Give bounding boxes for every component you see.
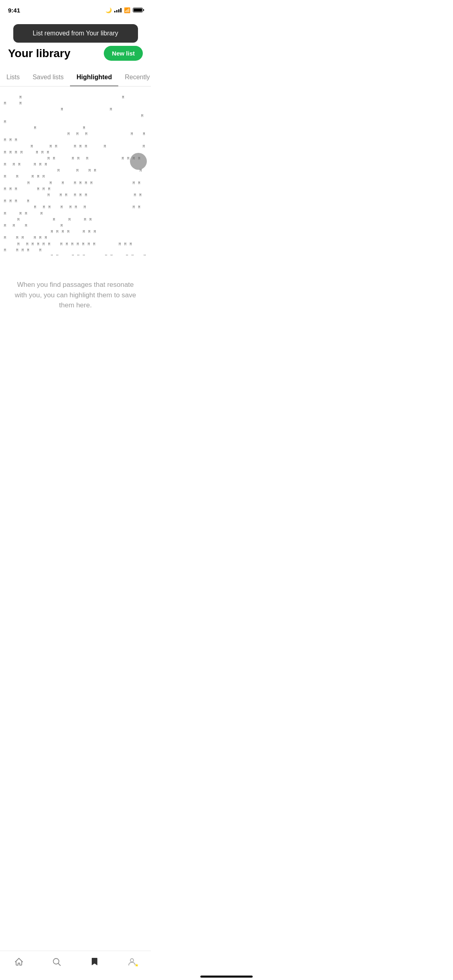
toast-message: List removed from Your library <box>33 30 118 37</box>
signal-bars-icon <box>114 8 121 12</box>
new-list-button[interactable]: New list <box>104 46 143 61</box>
tab-lists[interactable]: Lists <box>0 69 26 86</box>
status-time: 9:41 <box>8 7 20 14</box>
toast-notification: List removed from Your library <box>13 24 138 43</box>
empty-message-text: When you find passages that resonate wit… <box>15 281 136 309</box>
tab-recently-viewed[interactable]: Recently viewed <box>118 69 151 86</box>
tab-highlighted[interactable]: Highlighted <box>70 69 118 86</box>
m-pattern-text: M M M M M M M M M M M M M <box>4 95 147 255</box>
empty-state-message: When you find passages that resonate wit… <box>0 264 151 327</box>
status-bar: 9:41 🌙 📶 <box>0 0 151 18</box>
page-title: Your library <box>8 47 70 60</box>
moon-icon: 🌙 <box>105 7 112 13</box>
status-icons: 🌙 📶 <box>105 7 143 13</box>
tab-saved-lists[interactable]: Saved lists <box>26 69 70 86</box>
tabs-container: Lists Saved lists Highlighted Recently v… <box>0 69 151 86</box>
battery-icon <box>133 8 143 12</box>
m-pattern-area: M M M M M M M M M M M M M <box>0 86 151 264</box>
wifi-icon: 📶 <box>124 7 130 13</box>
